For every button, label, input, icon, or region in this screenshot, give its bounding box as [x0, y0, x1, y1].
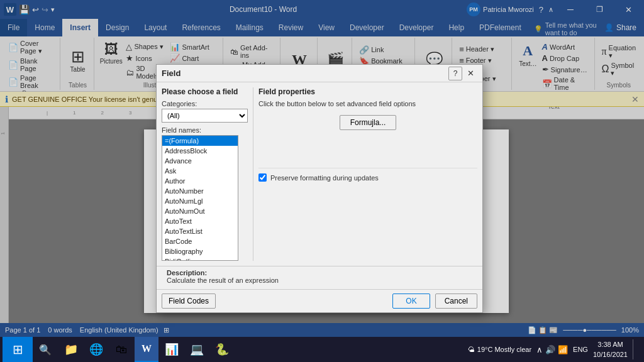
field-item-autonumout[interactable]: AutoNumOut [162, 206, 238, 216]
taskbar-apps: 📁 🌐 🛍 W 📊 💻 🐍 [59, 337, 234, 362]
description-text: Calculate the result of an expression [167, 277, 472, 284]
taskbar-excel[interactable]: 📊 [160, 337, 184, 362]
taskbar-weather[interactable]: 🌤 19°C Mostly clear [468, 346, 531, 353]
taskbar-right: 🌤 19°C Mostly clear ∧ 🔊 📶 ENG 3:38 AM 10… [468, 339, 641, 360]
field-item-autotext[interactable]: AutoText [162, 216, 238, 226]
choose-field-label: Please choose a field [162, 87, 248, 96]
field-codes-btn[interactable]: Field Codes [162, 293, 216, 309]
dialog-titlebar: Field ? ✕ [157, 65, 482, 82]
field-item-addressblock[interactable]: AddressBlock [162, 146, 238, 156]
field-dialog: Field ? ✕ Please choose a field Categori… [156, 64, 483, 313]
description-label: Description: [167, 269, 472, 277]
formula-btn[interactable]: Formujla... [340, 115, 397, 130]
field-names-list[interactable]: =(Formula) AddressBlock Advance Ask Auth… [162, 135, 238, 261]
description-section: Description: Calculate the result of an … [157, 266, 482, 289]
dialog-help-btn[interactable]: ? [448, 67, 462, 80]
taskbar-sys-icons[interactable]: ∧ 🔊 📶 [536, 345, 568, 354]
dialog-left-panel: Please choose a field Categories: (All) … [162, 87, 253, 261]
field-item-ask[interactable]: Ask [162, 166, 238, 176]
preserve-formatting-checkbox[interactable] [258, 173, 267, 182]
dialog-footer: Field Codes OK Cancel [157, 289, 482, 312]
ok-btn[interactable]: OK [392, 293, 430, 309]
cancel-btn[interactable]: Cancel [435, 293, 477, 309]
taskbar-edge[interactable]: 🌐 [84, 337, 108, 362]
dialog-body: Please choose a field Categories: (All) … [157, 82, 482, 266]
field-item-bidioutline[interactable]: BidiOutline [162, 256, 238, 261]
field-item-barcode[interactable]: BarCode [162, 236, 238, 246]
field-item-formula[interactable]: =(Formula) [162, 136, 238, 146]
start-btn[interactable]: ⊞ [3, 337, 33, 362]
taskbar-word[interactable]: W [135, 337, 158, 362]
field-properties-desc: Click the button below to set advanced f… [258, 100, 477, 107]
dialog-close-btn[interactable]: ✕ [464, 67, 477, 80]
categories-select[interactable]: (All) [162, 109, 248, 123]
search-btn[interactable]: 🔍 [33, 337, 58, 362]
taskbar-vscode[interactable]: 💻 [185, 337, 209, 362]
dialog-right-panel: Field properties Click the button below … [253, 87, 477, 261]
field-item-bibliography[interactable]: Bibliography [162, 246, 238, 256]
field-properties-label: Field properties [258, 87, 477, 96]
field-item-autotextlist[interactable]: AutoTextList [162, 226, 238, 236]
preserve-formatting-label: Preserve formatting during updates [270, 174, 379, 182]
preserve-formatting-row: Preserve formatting during updates [258, 173, 477, 182]
categories-label: Categories: [162, 100, 248, 107]
field-item-author[interactable]: Author [162, 176, 238, 186]
show-desktop-btn[interactable] [633, 339, 636, 359]
field-item-autonumber[interactable]: AutoNumber [162, 186, 238, 196]
field-list-container: =(Formula) AddressBlock Advance Ask Auth… [162, 135, 248, 261]
taskbar-store[interactable]: 🛍 [109, 337, 133, 362]
field-item-advance[interactable]: Advance [162, 156, 238, 166]
dialog-title-text: Field [162, 69, 448, 78]
field-names-label: Field names: [162, 126, 248, 134]
taskbar-language: ENG [573, 346, 588, 353]
taskbar-datetime: 3:38 AM 10/16/2021 [593, 339, 628, 360]
taskbar: ⊞ 🔍 📁 🌐 🛍 W 📊 💻 🐍 🌤 19°C Mostly clear ∧ … [0, 337, 644, 362]
taskbar-explorer[interactable]: 📁 [59, 337, 83, 362]
taskbar-python[interactable]: 🐍 [210, 337, 234, 362]
field-item-autonumlgl[interactable]: AutoNumLgl [162, 196, 238, 206]
